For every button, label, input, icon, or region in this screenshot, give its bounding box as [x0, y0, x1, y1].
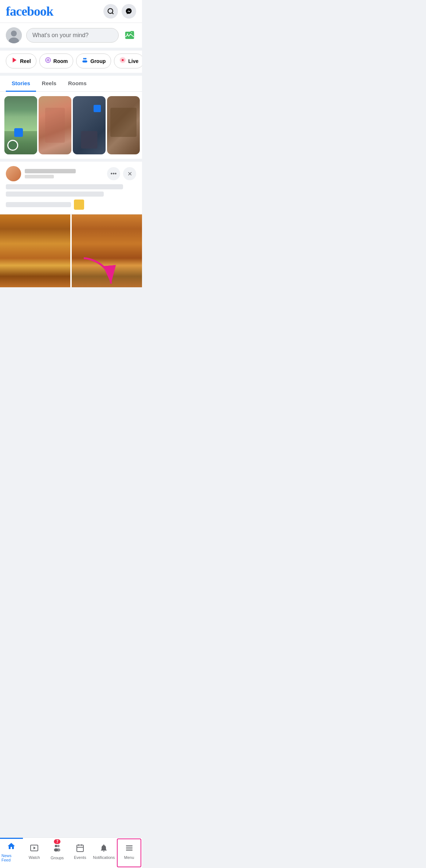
svg-rect-32 — [126, 845, 133, 847]
header-icons — [103, 4, 136, 19]
search-button[interactable] — [103, 4, 118, 19]
feed-post-1: ••• ✕ — [0, 162, 142, 214]
post-input[interactable]: What's on your mind? — [26, 28, 119, 43]
feed-post-2 — [0, 214, 142, 287]
post-image-2[interactable] — [72, 214, 142, 287]
facebook-logo: facebook — [6, 4, 53, 19]
post-close-button-1[interactable]: ✕ — [123, 167, 136, 180]
nav-news-feed[interactable]: News Feed — [0, 838, 23, 868]
menu-label: Menu — [124, 855, 134, 860]
bottom-nav: News Feed Watch 7 Groups — [0, 837, 142, 868]
user-avatar — [6, 27, 22, 43]
stories-tabs: Stories Reels Rooms — [0, 76, 142, 92]
live-icon — [119, 57, 126, 65]
tab-rooms[interactable]: Rooms — [62, 76, 92, 92]
svg-point-3 — [11, 31, 17, 36]
post-more-button-1[interactable]: ••• — [107, 167, 120, 180]
nav-menu[interactable]: Menu — [117, 839, 141, 867]
svg-point-24 — [55, 845, 58, 847]
news-feed-label: News Feed — [1, 853, 21, 862]
svg-point-27 — [56, 848, 60, 852]
live-button[interactable]: Live — [114, 54, 142, 68]
group-button[interactable]: Group — [76, 54, 111, 68]
story-card-3[interactable] — [73, 96, 106, 154]
events-label: Events — [74, 855, 86, 860]
messenger-button[interactable] — [122, 4, 136, 19]
groups-label: Groups — [51, 856, 64, 860]
post-user-1 — [6, 166, 76, 181]
nav-notifications[interactable]: Notifications — [91, 838, 116, 868]
post-image-1[interactable] — [0, 214, 70, 287]
stories-section: Stories Reels Rooms — [0, 76, 142, 162]
post-name-placeholder — [25, 169, 76, 173]
post-actions-right-1: ••• ✕ — [107, 167, 136, 180]
watch-label: Watch — [29, 855, 40, 860]
reel-button[interactable]: Reel — [6, 54, 36, 68]
groups-badge: 7 — [54, 839, 60, 844]
svg-point-18 — [122, 59, 124, 61]
svg-text:+: + — [131, 31, 133, 33]
svg-point-25 — [57, 845, 60, 847]
news-feed-icon — [7, 842, 16, 853]
reel-label: Reel — [20, 58, 31, 64]
post-box: What's on your mind? + — [0, 23, 142, 51]
post-text-line-3 — [6, 202, 71, 207]
svg-point-15 — [85, 58, 87, 60]
post-item-1: ••• ✕ — [0, 162, 142, 214]
post-text-line-1 — [6, 184, 123, 189]
menu-icon — [125, 844, 134, 855]
svg-point-14 — [83, 58, 85, 60]
svg-rect-33 — [126, 847, 133, 848]
post-text-line-2 — [6, 192, 104, 197]
room-button[interactable]: Room — [39, 54, 74, 68]
post-sticker — [74, 200, 84, 210]
stories-grid — [0, 92, 142, 159]
photo-button[interactable]: + — [123, 29, 136, 42]
story-card-1[interactable] — [4, 96, 37, 154]
svg-point-0 — [108, 9, 113, 13]
room-icon — [45, 57, 51, 65]
events-icon — [76, 844, 84, 855]
svg-marker-23 — [33, 847, 36, 849]
groups-icon — [52, 843, 62, 855]
notifications-icon — [99, 844, 108, 855]
watch-icon — [30, 844, 39, 855]
reel-icon — [11, 57, 18, 65]
tab-stories[interactable]: Stories — [6, 76, 36, 92]
app-header: facebook — [0, 0, 142, 23]
post-time-placeholder — [25, 175, 54, 178]
svg-rect-34 — [126, 849, 133, 851]
story-card-2[interactable] — [39, 96, 71, 154]
post-avatar-1 — [6, 166, 21, 181]
story-card-4[interactable] — [107, 96, 140, 154]
tab-reels[interactable]: Reels — [36, 76, 62, 92]
svg-line-1 — [112, 13, 114, 14]
live-label: Live — [128, 58, 138, 64]
nav-events[interactable]: Events — [68, 838, 91, 868]
post-meta-1 — [25, 169, 76, 178]
svg-rect-28 — [77, 845, 83, 852]
group-label: Group — [90, 58, 106, 64]
post-header-1: ••• ✕ — [6, 166, 136, 181]
action-buttons-row: Reel Room Group Live — [0, 51, 142, 76]
post-sticker-row — [6, 200, 136, 210]
svg-point-17 — [84, 60, 87, 63]
group-icon — [82, 57, 88, 65]
room-label: Room — [54, 58, 68, 64]
nav-watch[interactable]: Watch — [23, 838, 46, 868]
svg-marker-10 — [13, 58, 17, 63]
notifications-label: Notifications — [93, 855, 115, 860]
nav-groups[interactable]: 7 Groups — [46, 838, 69, 868]
post-images — [0, 214, 142, 287]
svg-point-7 — [127, 33, 128, 35]
